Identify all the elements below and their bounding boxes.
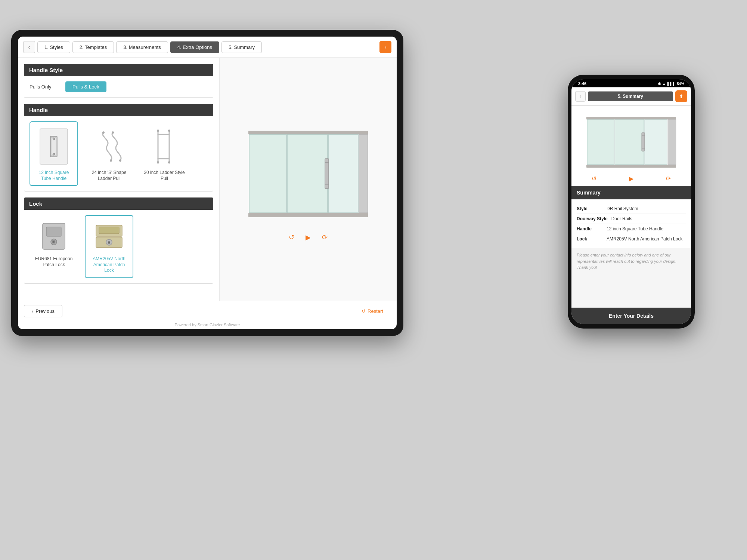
- summary-row-handle: Handle 12 inch Square Tube Handle: [577, 224, 686, 234]
- tablet-footer: ‹ Previous ↺ Restart Powered by Smart Gl…: [18, 301, 397, 329]
- lock-options: EUR681 European Patch Lock: [30, 215, 208, 278]
- svg-point-21: [53, 241, 55, 243]
- enter-details-bar[interactable]: Enter Your Details: [571, 308, 691, 324]
- summary-row-style: Style DR Rail System: [577, 204, 686, 214]
- lock-option-amr205v[interactable]: AMR205V North American Patch Lock: [85, 215, 133, 278]
- svg-rect-29: [248, 131, 368, 134]
- share-icon: ⬆: [679, 93, 684, 99]
- square-tube-handle-label: 12 inch Square Tube Handle: [33, 170, 74, 181]
- amr205v-label: AMR205V North American Patch Lock: [89, 256, 130, 274]
- svg-rect-34: [325, 159, 329, 189]
- eur681-label: EUR681 European Patch Lock: [33, 256, 74, 268]
- nav-forward-button[interactable]: ›: [379, 41, 391, 53]
- svg-rect-30: [249, 134, 286, 213]
- nav-back-button[interactable]: ‹: [23, 41, 35, 53]
- svg-point-3: [53, 138, 55, 140]
- summary-key-handle: Handle: [577, 226, 603, 231]
- svg-rect-37: [586, 165, 676, 168]
- phone-play-icon[interactable]: ▶: [629, 175, 633, 182]
- bluetooth-icon: ✱: [658, 82, 661, 86]
- summary-val-lock: AMR205V North American Patch Lock: [607, 236, 686, 242]
- handle-options: 12 inch Square Tube Handle: [30, 121, 208, 186]
- tab-styles[interactable]: 1. Styles: [37, 41, 70, 53]
- svg-rect-38: [586, 117, 676, 119]
- phone-active-tab: 5. Summary: [588, 91, 673, 101]
- pulls-lock-button[interactable]: Pulls & Lock: [65, 81, 106, 92]
- summary-header: Summary: [571, 186, 691, 199]
- wifi-icon: ▲: [662, 82, 666, 86]
- tab-measurements[interactable]: 3. Measurements: [116, 41, 168, 53]
- tab-navigation: ‹ 1. Styles 2. Templates 3. Measurements…: [18, 37, 397, 58]
- restart-button[interactable]: ↺ Restart: [362, 308, 383, 314]
- status-icons: ✱ ▲ ▌▌▌ 84%: [658, 82, 684, 86]
- amr205v-image: [90, 220, 128, 253]
- svg-point-7: [112, 131, 114, 134]
- summary-key-lock: Lock: [577, 236, 603, 242]
- handle-header: Handle: [24, 104, 213, 116]
- s-shape-handle-label: 24 inch 'S' Shape Ladder Pull: [89, 170, 130, 181]
- status-bar: 3:46 ✱ ▲ ▌▌▌ 84%: [571, 79, 691, 87]
- handle-option-s-shape[interactable]: 24 inch 'S' Shape Ladder Pull: [85, 121, 133, 186]
- lock-option-eur681[interactable]: EUR681 European Patch Lock: [30, 215, 78, 278]
- handle-style-row: Pulls Only Pulls & Lock: [30, 81, 208, 92]
- summary-val-style: DR Rail System: [607, 206, 686, 211]
- svg-rect-31: [287, 134, 328, 213]
- phone-rotate-left-icon[interactable]: ↺: [592, 175, 596, 182]
- tablet-right-panel: ↺ ▶ ⟳: [220, 58, 397, 301]
- handle-option-square-tube[interactable]: 12 inch Square Tube Handle: [30, 121, 78, 186]
- handle-style-header: Handle Style: [24, 64, 213, 76]
- handle-body: 12 inch Square Tube Handle: [24, 116, 213, 192]
- pulls-only-label: Pulls Only: [30, 84, 59, 90]
- battery-text: 84%: [677, 82, 684, 86]
- restart-icon: ↺: [362, 308, 366, 314]
- summary-key-doorway: Doorway Style: [577, 216, 608, 221]
- svg-point-16: [168, 161, 170, 164]
- summary-row-doorway: Doorway Style Door Rails: [577, 214, 686, 224]
- phone-back-button[interactable]: ‹: [575, 91, 586, 102]
- ladder-handle-label: 30 inch Ladder Style Pull: [144, 170, 185, 181]
- phone-device: 3:46 ✱ ▲ ▌▌▌ 84% ‹ 5. Summary ⬆: [568, 75, 695, 329]
- svg-rect-18: [46, 227, 61, 236]
- door-preview: [241, 118, 375, 230]
- tab-templates[interactable]: 2. Templates: [72, 41, 114, 53]
- square-tube-handle-image: [35, 126, 72, 167]
- phone-rotate-right-icon[interactable]: ⟳: [666, 175, 671, 182]
- svg-point-8: [119, 159, 121, 162]
- lock-body: EUR681 European Patch Lock: [24, 210, 213, 284]
- powered-by-text: Powered by Smart Glazier Software: [18, 321, 397, 329]
- lock-header: Lock: [24, 197, 213, 210]
- rotate-left-icon[interactable]: ↺: [289, 233, 294, 242]
- restart-label: Restart: [368, 308, 383, 314]
- tablet-footer-bar: ‹ Previous ↺ Restart: [18, 301, 397, 321]
- handle-section: Handle: [24, 104, 213, 192]
- summary-val-doorway: Door Rails: [611, 216, 686, 221]
- tablet-device: ‹ 1. Styles 2. Templates 3. Measurements…: [11, 30, 403, 336]
- eur681-image: [35, 220, 72, 253]
- svg-rect-40: [615, 119, 644, 165]
- tab-extra-options[interactable]: 4. Extra Options: [170, 41, 219, 53]
- play-icon[interactable]: ▶: [306, 233, 311, 242]
- previous-button[interactable]: ‹ Previous: [24, 305, 62, 317]
- svg-rect-33: [359, 134, 368, 213]
- preview-controls: ↺ ▶ ⟳: [289, 233, 328, 242]
- phone-door-preview: [583, 109, 680, 173]
- phone-share-button[interactable]: ⬆: [675, 90, 687, 102]
- summary-table: Style DR Rail System Doorway Style Door …: [571, 199, 691, 248]
- phone-screen: 3:46 ✱ ▲ ▌▌▌ 84% ‹ 5. Summary ⬆: [571, 79, 691, 324]
- ladder-handle-image: [146, 126, 183, 167]
- handle-style-body: Pulls Only Pulls & Lock: [24, 76, 213, 98]
- tablet-body: Handle Style Pulls Only Pulls & Lock Han…: [18, 58, 397, 301]
- tab-summary[interactable]: 5. Summary: [221, 41, 262, 53]
- phone-preview-area: ↺ ▶ ⟳: [571, 106, 691, 186]
- rotate-right-icon[interactable]: ⟳: [322, 233, 328, 242]
- handle-option-ladder[interactable]: 30 inch Ladder Style Pull: [140, 121, 189, 186]
- status-time: 3:46: [578, 81, 586, 86]
- svg-point-5: [102, 131, 105, 134]
- summary-section: Summary Style DR Rail System Doorway Sty…: [571, 186, 691, 308]
- lock-section: Lock: [24, 197, 213, 284]
- tablet-left-panel: Handle Style Pulls Only Pulls & Lock Han…: [18, 58, 220, 301]
- tablet-screen: ‹ 1. Styles 2. Templates 3. Measurements…: [18, 37, 397, 329]
- svg-rect-32: [328, 134, 358, 213]
- summary-note: Please enter your contact info below and…: [571, 248, 691, 274]
- svg-rect-42: [668, 119, 676, 165]
